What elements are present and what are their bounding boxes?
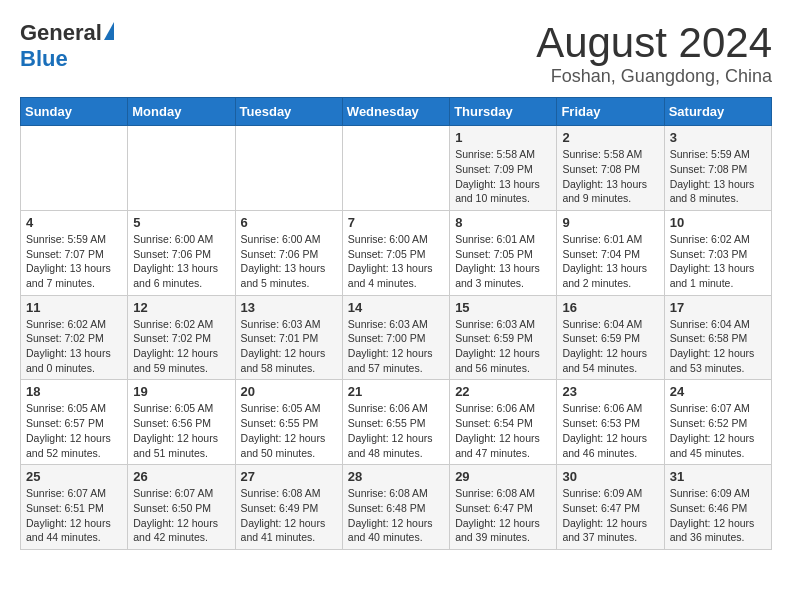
day-number: 16 — [562, 300, 658, 315]
calendar-cell — [21, 126, 128, 211]
day-info: Sunrise: 5:58 AMSunset: 7:08 PMDaylight:… — [562, 147, 658, 206]
day-number: 13 — [241, 300, 337, 315]
calendar-cell: 30Sunrise: 6:09 AMSunset: 6:47 PMDayligh… — [557, 465, 664, 550]
logo: General Blue — [20, 20, 114, 72]
day-info: Sunrise: 6:05 AMSunset: 6:55 PMDaylight:… — [241, 401, 337, 460]
calendar-cell: 12Sunrise: 6:02 AMSunset: 7:02 PMDayligh… — [128, 295, 235, 380]
calendar-cell: 14Sunrise: 6:03 AMSunset: 7:00 PMDayligh… — [342, 295, 449, 380]
day-number: 12 — [133, 300, 229, 315]
calendar-cell: 16Sunrise: 6:04 AMSunset: 6:59 PMDayligh… — [557, 295, 664, 380]
day-info: Sunrise: 6:08 AMSunset: 6:47 PMDaylight:… — [455, 486, 551, 545]
calendar-cell: 17Sunrise: 6:04 AMSunset: 6:58 PMDayligh… — [664, 295, 771, 380]
day-number: 22 — [455, 384, 551, 399]
day-info: Sunrise: 6:04 AMSunset: 6:59 PMDaylight:… — [562, 317, 658, 376]
calendar-cell: 5Sunrise: 6:00 AMSunset: 7:06 PMDaylight… — [128, 210, 235, 295]
day-info: Sunrise: 6:02 AMSunset: 7:02 PMDaylight:… — [133, 317, 229, 376]
day-number: 11 — [26, 300, 122, 315]
calendar-cell: 21Sunrise: 6:06 AMSunset: 6:55 PMDayligh… — [342, 380, 449, 465]
calendar-cell: 15Sunrise: 6:03 AMSunset: 6:59 PMDayligh… — [450, 295, 557, 380]
weekday-header-saturday: Saturday — [664, 98, 771, 126]
calendar-cell: 3Sunrise: 5:59 AMSunset: 7:08 PMDaylight… — [664, 126, 771, 211]
calendar-cell: 10Sunrise: 6:02 AMSunset: 7:03 PMDayligh… — [664, 210, 771, 295]
day-number: 30 — [562, 469, 658, 484]
day-info: Sunrise: 6:01 AMSunset: 7:05 PMDaylight:… — [455, 232, 551, 291]
day-info: Sunrise: 6:00 AMSunset: 7:05 PMDaylight:… — [348, 232, 444, 291]
day-number: 10 — [670, 215, 766, 230]
calendar-cell: 29Sunrise: 6:08 AMSunset: 6:47 PMDayligh… — [450, 465, 557, 550]
day-number: 25 — [26, 469, 122, 484]
day-number: 29 — [455, 469, 551, 484]
day-number: 26 — [133, 469, 229, 484]
day-info: Sunrise: 6:07 AMSunset: 6:51 PMDaylight:… — [26, 486, 122, 545]
day-info: Sunrise: 6:03 AMSunset: 6:59 PMDaylight:… — [455, 317, 551, 376]
calendar-week-4: 18Sunrise: 6:05 AMSunset: 6:57 PMDayligh… — [21, 380, 772, 465]
page-header: General Blue August 2024 Foshan, Guangdo… — [20, 20, 772, 87]
calendar-cell: 8Sunrise: 6:01 AMSunset: 7:05 PMDaylight… — [450, 210, 557, 295]
logo-triangle-icon — [104, 22, 114, 40]
day-number: 8 — [455, 215, 551, 230]
calendar-cell: 1Sunrise: 5:58 AMSunset: 7:09 PMDaylight… — [450, 126, 557, 211]
weekday-header-tuesday: Tuesday — [235, 98, 342, 126]
day-info: Sunrise: 6:05 AMSunset: 6:57 PMDaylight:… — [26, 401, 122, 460]
calendar-cell: 13Sunrise: 6:03 AMSunset: 7:01 PMDayligh… — [235, 295, 342, 380]
day-number: 20 — [241, 384, 337, 399]
location-subtitle: Foshan, Guangdong, China — [536, 66, 772, 87]
calendar-cell: 7Sunrise: 6:00 AMSunset: 7:05 PMDaylight… — [342, 210, 449, 295]
weekday-header-row: SundayMondayTuesdayWednesdayThursdayFrid… — [21, 98, 772, 126]
day-info: Sunrise: 6:05 AMSunset: 6:56 PMDaylight:… — [133, 401, 229, 460]
day-number: 15 — [455, 300, 551, 315]
day-number: 2 — [562, 130, 658, 145]
title-block: August 2024 Foshan, Guangdong, China — [536, 20, 772, 87]
calendar-cell: 28Sunrise: 6:08 AMSunset: 6:48 PMDayligh… — [342, 465, 449, 550]
day-info: Sunrise: 6:02 AMSunset: 7:02 PMDaylight:… — [26, 317, 122, 376]
calendar-cell: 4Sunrise: 5:59 AMSunset: 7:07 PMDaylight… — [21, 210, 128, 295]
day-number: 31 — [670, 469, 766, 484]
calendar-cell: 19Sunrise: 6:05 AMSunset: 6:56 PMDayligh… — [128, 380, 235, 465]
day-number: 4 — [26, 215, 122, 230]
weekday-header-friday: Friday — [557, 98, 664, 126]
day-info: Sunrise: 5:59 AMSunset: 7:08 PMDaylight:… — [670, 147, 766, 206]
calendar-cell: 23Sunrise: 6:06 AMSunset: 6:53 PMDayligh… — [557, 380, 664, 465]
calendar-cell — [342, 126, 449, 211]
day-number: 27 — [241, 469, 337, 484]
calendar-week-5: 25Sunrise: 6:07 AMSunset: 6:51 PMDayligh… — [21, 465, 772, 550]
day-info: Sunrise: 6:02 AMSunset: 7:03 PMDaylight:… — [670, 232, 766, 291]
calendar-cell: 25Sunrise: 6:07 AMSunset: 6:51 PMDayligh… — [21, 465, 128, 550]
calendar-week-2: 4Sunrise: 5:59 AMSunset: 7:07 PMDaylight… — [21, 210, 772, 295]
day-info: Sunrise: 6:06 AMSunset: 6:54 PMDaylight:… — [455, 401, 551, 460]
day-info: Sunrise: 6:08 AMSunset: 6:48 PMDaylight:… — [348, 486, 444, 545]
weekday-header-thursday: Thursday — [450, 98, 557, 126]
calendar-cell: 9Sunrise: 6:01 AMSunset: 7:04 PMDaylight… — [557, 210, 664, 295]
day-number: 3 — [670, 130, 766, 145]
logo-blue: Blue — [20, 46, 68, 72]
calendar-week-3: 11Sunrise: 6:02 AMSunset: 7:02 PMDayligh… — [21, 295, 772, 380]
calendar-table: SundayMondayTuesdayWednesdayThursdayFrid… — [20, 97, 772, 550]
weekday-header-wednesday: Wednesday — [342, 98, 449, 126]
day-number: 14 — [348, 300, 444, 315]
day-number: 19 — [133, 384, 229, 399]
day-number: 18 — [26, 384, 122, 399]
day-number: 23 — [562, 384, 658, 399]
day-info: Sunrise: 6:06 AMSunset: 6:53 PMDaylight:… — [562, 401, 658, 460]
day-number: 7 — [348, 215, 444, 230]
calendar-cell: 6Sunrise: 6:00 AMSunset: 7:06 PMDaylight… — [235, 210, 342, 295]
calendar-cell: 22Sunrise: 6:06 AMSunset: 6:54 PMDayligh… — [450, 380, 557, 465]
day-number: 9 — [562, 215, 658, 230]
calendar-cell: 2Sunrise: 5:58 AMSunset: 7:08 PMDaylight… — [557, 126, 664, 211]
calendar-cell — [128, 126, 235, 211]
day-number: 1 — [455, 130, 551, 145]
calendar-cell: 18Sunrise: 6:05 AMSunset: 6:57 PMDayligh… — [21, 380, 128, 465]
day-number: 6 — [241, 215, 337, 230]
month-year-title: August 2024 — [536, 20, 772, 66]
day-info: Sunrise: 6:04 AMSunset: 6:58 PMDaylight:… — [670, 317, 766, 376]
calendar-cell: 11Sunrise: 6:02 AMSunset: 7:02 PMDayligh… — [21, 295, 128, 380]
day-number: 21 — [348, 384, 444, 399]
day-info: Sunrise: 6:00 AMSunset: 7:06 PMDaylight:… — [133, 232, 229, 291]
day-info: Sunrise: 6:00 AMSunset: 7:06 PMDaylight:… — [241, 232, 337, 291]
day-number: 17 — [670, 300, 766, 315]
day-number: 5 — [133, 215, 229, 230]
day-info: Sunrise: 6:01 AMSunset: 7:04 PMDaylight:… — [562, 232, 658, 291]
calendar-cell — [235, 126, 342, 211]
day-info: Sunrise: 5:58 AMSunset: 7:09 PMDaylight:… — [455, 147, 551, 206]
calendar-cell: 26Sunrise: 6:07 AMSunset: 6:50 PMDayligh… — [128, 465, 235, 550]
